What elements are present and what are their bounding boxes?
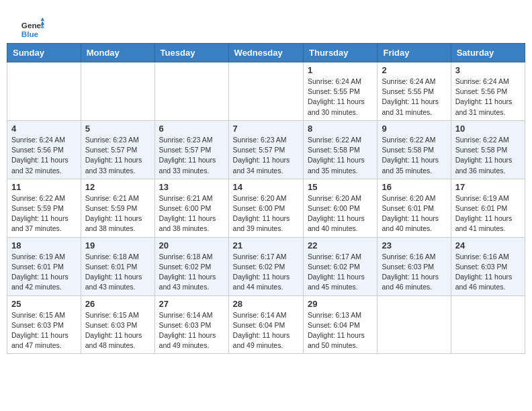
day-number: 22 bbox=[308, 240, 373, 250]
calendar-cell: 11Sunrise: 6:22 AM Sunset: 5:59 PM Dayli… bbox=[7, 179, 81, 237]
day-number: 29 bbox=[308, 299, 373, 309]
day-number: 19 bbox=[85, 240, 150, 250]
calendar-week-3: 11Sunrise: 6:22 AM Sunset: 5:59 PM Dayli… bbox=[7, 179, 525, 237]
day-number: 20 bbox=[159, 240, 224, 250]
day-number: 11 bbox=[11, 182, 77, 192]
day-number: 28 bbox=[233, 299, 299, 309]
weekday-row: SundayMondayTuesdayWednesdayThursdayFrid… bbox=[7, 44, 525, 62]
day-number: 2 bbox=[382, 65, 446, 75]
day-number: 1 bbox=[308, 65, 373, 75]
day-info: Sunrise: 6:13 AM Sunset: 6:04 PM Dayligh… bbox=[308, 310, 373, 351]
weekday-header-friday: Friday bbox=[378, 44, 451, 62]
svg-marker-2 bbox=[41, 17, 44, 21]
calendar-body: 1Sunrise: 6:24 AM Sunset: 5:55 PM Daylig… bbox=[7, 62, 525, 354]
day-info: Sunrise: 6:23 AM Sunset: 5:57 PM Dayligh… bbox=[233, 135, 299, 176]
calendar-cell bbox=[7, 62, 81, 121]
day-info: Sunrise: 6:24 AM Sunset: 5:56 PM Dayligh… bbox=[455, 77, 521, 118]
day-info: Sunrise: 6:23 AM Sunset: 5:57 PM Dayligh… bbox=[85, 135, 150, 176]
calendar-cell bbox=[154, 62, 228, 121]
weekday-header-wednesday: Wednesday bbox=[228, 44, 303, 62]
calendar-cell: 13Sunrise: 6:21 AM Sunset: 6:00 PM Dayli… bbox=[154, 179, 228, 237]
day-info: Sunrise: 6:14 AM Sunset: 6:03 PM Dayligh… bbox=[159, 310, 224, 351]
calendar-cell: 5Sunrise: 6:23 AM Sunset: 5:57 PM Daylig… bbox=[81, 120, 154, 179]
day-info: Sunrise: 6:18 AM Sunset: 6:01 PM Dayligh… bbox=[85, 252, 150, 293]
day-info: Sunrise: 6:14 AM Sunset: 6:04 PM Dayligh… bbox=[233, 310, 299, 351]
calendar-cell: 7Sunrise: 6:23 AM Sunset: 5:57 PM Daylig… bbox=[228, 120, 303, 179]
day-info: Sunrise: 6:24 AM Sunset: 5:56 PM Dayligh… bbox=[11, 135, 77, 176]
calendar-cell: 4Sunrise: 6:24 AM Sunset: 5:56 PM Daylig… bbox=[7, 120, 81, 179]
calendar-week-4: 18Sunrise: 6:19 AM Sunset: 6:01 PM Dayli… bbox=[7, 237, 525, 295]
calendar-cell: 12Sunrise: 6:21 AM Sunset: 5:59 PM Dayli… bbox=[81, 179, 154, 237]
calendar-cell: 29Sunrise: 6:13 AM Sunset: 6:04 PM Dayli… bbox=[304, 295, 378, 354]
day-info: Sunrise: 6:20 AM Sunset: 6:00 PM Dayligh… bbox=[233, 193, 299, 234]
calendar-cell: 9Sunrise: 6:22 AM Sunset: 5:58 PM Daylig… bbox=[378, 120, 451, 179]
calendar-cell: 26Sunrise: 6:15 AM Sunset: 6:03 PM Dayli… bbox=[81, 295, 154, 354]
calendar-cell bbox=[378, 295, 451, 354]
calendar-cell: 17Sunrise: 6:19 AM Sunset: 6:01 PM Dayli… bbox=[451, 179, 525, 237]
day-number: 15 bbox=[308, 182, 373, 192]
weekday-header-thursday: Thursday bbox=[304, 44, 378, 62]
day-number: 8 bbox=[308, 124, 373, 134]
calendar-cell bbox=[228, 62, 303, 121]
calendar-header: SundayMondayTuesdayWednesdayThursdayFrid… bbox=[7, 44, 525, 62]
day-info: Sunrise: 6:15 AM Sunset: 6:03 PM Dayligh… bbox=[85, 310, 150, 351]
day-info: Sunrise: 6:15 AM Sunset: 6:03 PM Dayligh… bbox=[11, 310, 77, 351]
weekday-header-monday: Monday bbox=[81, 44, 154, 62]
day-info: Sunrise: 6:21 AM Sunset: 5:59 PM Dayligh… bbox=[85, 193, 150, 234]
svg-text:Blue: Blue bbox=[21, 30, 39, 38]
calendar-week-5: 25Sunrise: 6:15 AM Sunset: 6:03 PM Dayli… bbox=[7, 295, 525, 354]
logo-icon: General Blue bbox=[20, 16, 44, 40]
day-info: Sunrise: 6:20 AM Sunset: 6:00 PM Dayligh… bbox=[308, 193, 373, 234]
day-info: Sunrise: 6:24 AM Sunset: 5:55 PM Dayligh… bbox=[308, 77, 373, 118]
day-number: 9 bbox=[382, 124, 446, 134]
day-number: 3 bbox=[455, 65, 521, 75]
day-number: 5 bbox=[85, 124, 150, 134]
calendar-cell: 14Sunrise: 6:20 AM Sunset: 6:00 PM Dayli… bbox=[228, 179, 303, 237]
day-info: Sunrise: 6:21 AM Sunset: 6:00 PM Dayligh… bbox=[159, 193, 224, 234]
calendar-cell: 19Sunrise: 6:18 AM Sunset: 6:01 PM Dayli… bbox=[81, 237, 154, 295]
day-number: 6 bbox=[159, 124, 224, 134]
day-number: 12 bbox=[85, 182, 150, 192]
calendar-cell: 23Sunrise: 6:16 AM Sunset: 6:03 PM Dayli… bbox=[378, 237, 451, 295]
day-info: Sunrise: 6:22 AM Sunset: 5:58 PM Dayligh… bbox=[308, 135, 373, 176]
calendar-cell: 8Sunrise: 6:22 AM Sunset: 5:58 PM Daylig… bbox=[304, 120, 378, 179]
day-info: Sunrise: 6:22 AM Sunset: 5:58 PM Dayligh… bbox=[382, 135, 446, 176]
day-info: Sunrise: 6:23 AM Sunset: 5:57 PM Dayligh… bbox=[159, 135, 224, 176]
day-number: 4 bbox=[11, 124, 77, 134]
day-info: Sunrise: 6:24 AM Sunset: 5:55 PM Dayligh… bbox=[382, 77, 446, 118]
day-number: 21 bbox=[233, 240, 299, 250]
calendar-cell: 21Sunrise: 6:17 AM Sunset: 6:02 PM Dayli… bbox=[228, 237, 303, 295]
day-number: 18 bbox=[11, 240, 77, 250]
calendar-table: SundayMondayTuesdayWednesdayThursdayFrid… bbox=[7, 43, 525, 354]
day-number: 26 bbox=[85, 299, 150, 309]
weekday-header-tuesday: Tuesday bbox=[154, 44, 228, 62]
calendar-week-1: 1Sunrise: 6:24 AM Sunset: 5:55 PM Daylig… bbox=[7, 62, 525, 121]
calendar-cell: 20Sunrise: 6:18 AM Sunset: 6:02 PM Dayli… bbox=[154, 237, 228, 295]
day-info: Sunrise: 6:19 AM Sunset: 6:01 PM Dayligh… bbox=[11, 252, 77, 293]
day-info: Sunrise: 6:17 AM Sunset: 6:02 PM Dayligh… bbox=[308, 252, 373, 293]
weekday-header-sunday: Sunday bbox=[7, 44, 81, 62]
calendar-cell: 25Sunrise: 6:15 AM Sunset: 6:03 PM Dayli… bbox=[7, 295, 81, 354]
weekday-header-saturday: Saturday bbox=[451, 44, 525, 62]
day-number: 17 bbox=[455, 182, 521, 192]
calendar-cell bbox=[81, 62, 154, 121]
day-info: Sunrise: 6:17 AM Sunset: 6:02 PM Dayligh… bbox=[233, 252, 299, 293]
calendar-cell: 3Sunrise: 6:24 AM Sunset: 5:56 PM Daylig… bbox=[451, 62, 525, 121]
day-info: Sunrise: 6:19 AM Sunset: 6:01 PM Dayligh… bbox=[455, 193, 521, 234]
calendar-cell: 15Sunrise: 6:20 AM Sunset: 6:00 PM Dayli… bbox=[304, 179, 378, 237]
day-number: 10 bbox=[455, 124, 521, 134]
day-number: 25 bbox=[11, 299, 77, 309]
day-info: Sunrise: 6:22 AM Sunset: 5:58 PM Dayligh… bbox=[455, 135, 521, 176]
calendar-cell: 2Sunrise: 6:24 AM Sunset: 5:55 PM Daylig… bbox=[378, 62, 451, 121]
header: General Blue bbox=[7, 5, 525, 43]
calendar-cell: 24Sunrise: 6:16 AM Sunset: 6:03 PM Dayli… bbox=[451, 237, 525, 295]
calendar-cell: 16Sunrise: 6:20 AM Sunset: 6:01 PM Dayli… bbox=[378, 179, 451, 237]
day-number: 14 bbox=[233, 182, 299, 192]
calendar-week-2: 4Sunrise: 6:24 AM Sunset: 5:56 PM Daylig… bbox=[7, 120, 525, 179]
calendar-cell: 18Sunrise: 6:19 AM Sunset: 6:01 PM Dayli… bbox=[7, 237, 81, 295]
logo: General Blue bbox=[20, 16, 44, 40]
calendar-cell: 6Sunrise: 6:23 AM Sunset: 5:57 PM Daylig… bbox=[154, 120, 228, 179]
calendar-cell: 22Sunrise: 6:17 AM Sunset: 6:02 PM Dayli… bbox=[304, 237, 378, 295]
svg-text:General: General bbox=[21, 21, 44, 30]
calendar-cell: 27Sunrise: 6:14 AM Sunset: 6:03 PM Dayli… bbox=[154, 295, 228, 354]
